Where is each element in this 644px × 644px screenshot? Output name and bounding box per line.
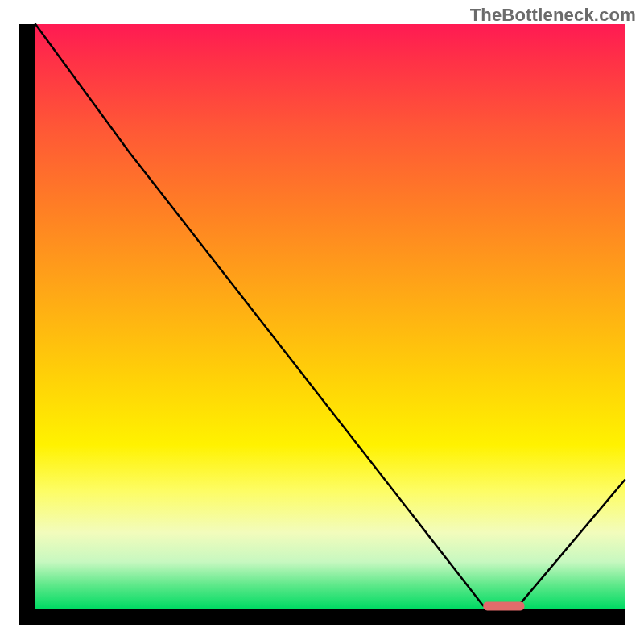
optimum-marker (483, 601, 524, 610)
bottleneck-curve (35, 24, 625, 605)
watermark-text: TheBottleneck.com (470, 5, 636, 26)
plot-heatmap-background (35, 24, 625, 609)
figure-root: TheBottleneck.com (0, 0, 644, 644)
plot-svg (35, 24, 625, 609)
plot-axes-frame (19, 24, 625, 625)
